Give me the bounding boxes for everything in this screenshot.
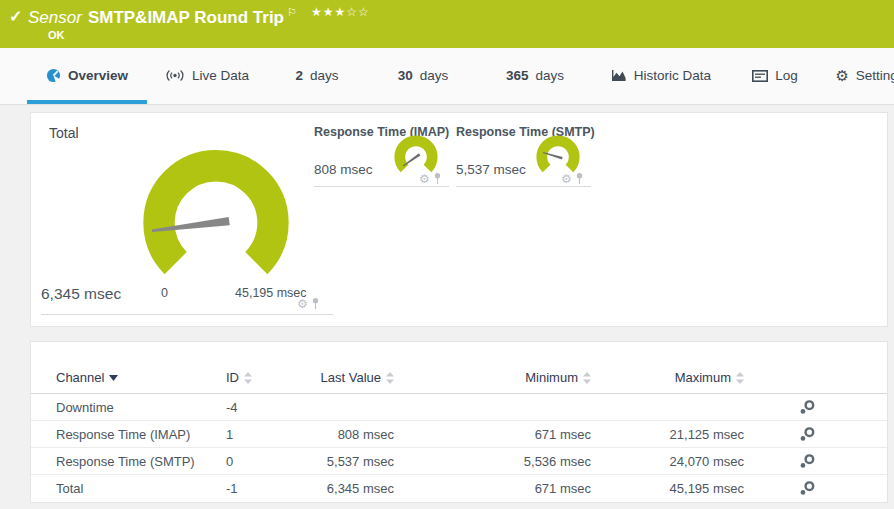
- table-row-total[interactable]: Total -1 6,345 msec 671 msec 45,195 msec: [31, 475, 887, 502]
- widget-gear-icon[interactable]: ⚙: [297, 298, 308, 310]
- pin-icon[interactable]: [575, 172, 584, 185]
- column-header-channel[interactable]: Channel: [56, 370, 226, 385]
- cell-last-value: 808 msec: [306, 427, 394, 442]
- total-gauge-scale-min: 0: [161, 286, 168, 300]
- cell-maximum: 45,195 msec: [591, 481, 744, 496]
- cell-maximum: 24,070 msec: [591, 454, 744, 469]
- pin-icon[interactable]: [311, 297, 320, 310]
- tab-365-days[interactable]: 365 days: [479, 48, 591, 104]
- tab-label: Settings: [856, 68, 894, 83]
- cell-id: 0: [226, 454, 306, 469]
- total-gauge-value: 6,345 msec: [41, 285, 121, 303]
- cell-last-value: 5,537 msec: [306, 454, 394, 469]
- tab-label: days: [420, 68, 449, 83]
- tab-label: Live Data: [192, 68, 249, 83]
- sort-both-icon: [386, 372, 394, 384]
- cell-id: 1: [226, 427, 306, 442]
- cell-id: -4: [226, 400, 306, 415]
- smtp-gauge-value: 5,537 msec: [456, 162, 526, 177]
- tab-label: days: [536, 68, 565, 83]
- cell-channel: Downtime: [56, 400, 226, 415]
- widget-gear-icon[interactable]: ⚙: [561, 173, 572, 185]
- column-header-maximum[interactable]: Maximum: [591, 370, 744, 385]
- total-gauge-scale-max: 45,195 msec: [235, 286, 307, 300]
- widget-gear-icon[interactable]: ⚙: [419, 173, 430, 185]
- object-kind-label: Sensor: [28, 8, 82, 27]
- gauges-panel: Total 0 45,195 msec 6,345 msec ⚙ Respons…: [30, 112, 888, 327]
- tab-label: Overview: [68, 68, 128, 83]
- pin-icon[interactable]: [433, 172, 442, 185]
- total-widget-divider: [41, 314, 333, 315]
- cell-channel: Response Time (IMAP): [56, 427, 226, 442]
- cell-channel: Total: [56, 481, 226, 496]
- tab-label: Log: [775, 68, 798, 83]
- tab-overview[interactable]: Overview: [27, 48, 147, 104]
- flag-icon[interactable]: ⚐: [287, 6, 297, 18]
- cell-last-value: 6,345 msec: [306, 481, 394, 496]
- sensor-header: ✓ SensorSMTP&IMAP Round Trip⚐★★★☆☆ OK: [0, 0, 894, 48]
- cell-channel: Response Time (SMTP): [56, 454, 226, 469]
- area-chart-icon: [611, 69, 627, 82]
- channel-settings-icon[interactable]: [799, 453, 816, 470]
- live-signal-icon: [165, 69, 185, 82]
- column-header-id[interactable]: ID: [226, 370, 306, 385]
- sort-both-icon: [736, 372, 744, 384]
- table-header-row: Channel ID Last Value: [31, 342, 887, 394]
- gauge-icon: [46, 68, 61, 83]
- sensor-title: SMTP&IMAP Round Trip: [88, 8, 284, 27]
- table-row-response-smtp[interactable]: Response Time (SMTP) 0 5,537 msec 5,536 …: [31, 448, 887, 475]
- imap-widget-divider: [314, 186, 449, 187]
- channel-settings-icon[interactable]: [799, 426, 816, 443]
- sort-both-icon: [244, 372, 252, 384]
- sort-both-icon: [583, 372, 591, 384]
- tab-live-data[interactable]: Live Data: [147, 48, 267, 104]
- tab-30-days[interactable]: 30 days: [367, 48, 479, 104]
- tab-settings[interactable]: ⚙ Settings: [819, 48, 894, 104]
- status-ok-check-icon: ✓: [9, 7, 22, 26]
- channels-panel: Channel ID Last Value: [30, 341, 888, 503]
- tab-label: Historic Data: [634, 68, 711, 83]
- priority-stars[interactable]: ★★★☆☆: [311, 5, 370, 19]
- channels-table: Channel ID Last Value: [31, 342, 887, 502]
- total-gauge: [121, 123, 311, 313]
- tab-historic-data[interactable]: Historic Data: [591, 48, 731, 104]
- channel-settings-icon[interactable]: [799, 480, 816, 497]
- tab-bar: Overview Live Data 2 days 30 days 365 da…: [0, 48, 894, 105]
- tab-label: days: [310, 68, 339, 83]
- cell-maximum: 21,125 msec: [591, 427, 744, 442]
- column-header-last-value[interactable]: Last Value: [306, 370, 394, 385]
- cell-id: -1: [226, 481, 306, 496]
- log-list-icon: [752, 70, 768, 82]
- imap-gauge-value: 808 msec: [314, 162, 373, 177]
- cell-minimum: 671 msec: [394, 427, 591, 442]
- tab-log[interactable]: Log: [731, 48, 819, 104]
- sort-desc-icon: [109, 375, 118, 381]
- cell-minimum: 5,536 msec: [394, 454, 591, 469]
- status-badge: OK: [48, 29, 65, 41]
- channel-settings-icon[interactable]: [799, 399, 816, 416]
- total-gauge-label: Total: [49, 125, 79, 141]
- table-row-response-imap[interactable]: Response Time (IMAP) 1 808 msec 671 msec…: [31, 421, 887, 448]
- cell-minimum: 671 msec: [394, 481, 591, 496]
- smtp-widget-divider: [456, 186, 591, 187]
- table-row-downtime[interactable]: Downtime -4: [31, 394, 887, 421]
- tab-2-days[interactable]: 2 days: [267, 48, 367, 104]
- sensor-page: ✓ SensorSMTP&IMAP Round Trip⚐★★★☆☆ OK Ov…: [0, 0, 894, 509]
- gear-icon: ⚙: [835, 68, 848, 83]
- column-header-minimum[interactable]: Minimum: [394, 370, 591, 385]
